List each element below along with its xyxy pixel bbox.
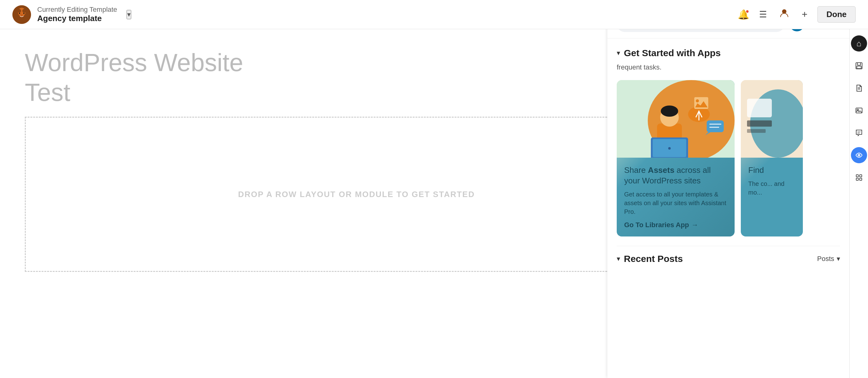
top-bar-right: 🔔 ☰ + Done bbox=[738, 6, 856, 23]
posts-dropdown[interactable]: Posts ▾ bbox=[817, 255, 840, 263]
user-icon-btn[interactable] bbox=[777, 6, 792, 23]
right-sidebar: ⌂ bbox=[849, 29, 868, 378]
card2-content: Find The co... and mo... bbox=[741, 158, 803, 209]
home-icon-btn[interactable]: ⌂ bbox=[851, 35, 867, 52]
section2-title: Recent Posts bbox=[624, 254, 683, 264]
section1-desc: frequent tasks. bbox=[617, 63, 840, 71]
comment-icon-btn[interactable] bbox=[851, 125, 867, 141]
svg-rect-20 bbox=[707, 120, 724, 132]
drop-zone-text: DROP A ROW LAYOUT OR MODULE TO GET START… bbox=[238, 190, 475, 199]
card1-desc: Get access to all your templates & asset… bbox=[624, 190, 727, 216]
svg-rect-41 bbox=[856, 175, 858, 177]
svg-rect-43 bbox=[856, 178, 858, 180]
svg-point-7 bbox=[782, 9, 786, 13]
svg-rect-31 bbox=[858, 63, 861, 65]
recent-posts-section: ▾ Recent Posts Posts ▾ bbox=[617, 246, 840, 264]
svg-point-3 bbox=[22, 9, 26, 13]
avatar bbox=[12, 5, 31, 24]
menu-icon-btn[interactable]: ☰ bbox=[756, 7, 769, 22]
recent-posts-left: ▾ Recent Posts bbox=[617, 254, 683, 264]
panel-content: ▾ Get Started with Apps frequent tasks. bbox=[608, 38, 849, 378]
right-panel: 🔍 W ⋮ ✕ ▾ Get Started with Apps frequent… bbox=[608, 0, 849, 378]
svg-point-17 bbox=[668, 147, 671, 150]
section1-chevron[interactable]: ▾ bbox=[617, 49, 620, 57]
svg-rect-29 bbox=[747, 129, 766, 133]
section2-chevron[interactable]: ▾ bbox=[617, 255, 620, 263]
save-icon-btn[interactable] bbox=[851, 58, 867, 74]
card-find[interactable]: Find The co... and mo... bbox=[741, 80, 803, 236]
notifications-bell[interactable]: 🔔 bbox=[738, 9, 749, 20]
top-bar-left: Currently Editing Template Agency templa… bbox=[12, 5, 131, 24]
card2-desc: The co... and mo... bbox=[748, 179, 796, 197]
grid-icon-btn[interactable] bbox=[851, 170, 867, 185]
svg-point-14 bbox=[661, 106, 678, 117]
svg-point-40 bbox=[858, 155, 859, 156]
card1-title: Share Assets across all your WordPress s… bbox=[624, 165, 727, 186]
svg-point-24 bbox=[696, 99, 699, 103]
card1-link[interactable]: Go To Libraries App → bbox=[624, 221, 727, 229]
card2-title: Find bbox=[748, 165, 796, 176]
svg-rect-44 bbox=[860, 178, 862, 180]
page-title-line2: Test bbox=[25, 78, 688, 107]
notification-badge bbox=[745, 10, 749, 13]
document-icon-btn[interactable] bbox=[851, 80, 867, 96]
done-button[interactable]: Done bbox=[817, 6, 856, 23]
svg-rect-28 bbox=[747, 120, 772, 127]
svg-point-4 bbox=[19, 13, 20, 14]
top-bar-chevron-btn[interactable]: ▾ bbox=[127, 10, 131, 19]
image-icon-btn[interactable] bbox=[851, 103, 867, 119]
card2-illustration bbox=[741, 80, 803, 158]
svg-rect-42 bbox=[860, 175, 862, 177]
svg-rect-27 bbox=[747, 99, 772, 117]
page-title-section: WordPress Website Test bbox=[25, 48, 688, 107]
plus-btn[interactable]: + bbox=[799, 6, 810, 23]
section1-title: Get Started with Apps bbox=[624, 48, 721, 58]
top-bar: Currently Editing Template Agency templa… bbox=[0, 0, 868, 29]
top-bar-text: Currently Editing Template Agency templa… bbox=[37, 6, 117, 23]
eye-icon-btn[interactable] bbox=[851, 147, 867, 163]
card1-illustration bbox=[617, 80, 735, 158]
cards-row: Share Assets across all your WordPress s… bbox=[617, 80, 840, 236]
drop-zone[interactable]: DROP A ROW LAYOUT OR MODULE TO GET START… bbox=[25, 117, 688, 272]
section1-header: ▾ Get Started with Apps bbox=[617, 48, 840, 58]
canvas-area: WordPress Website Test DROP A ROW LAYOUT… bbox=[0, 29, 713, 378]
svg-point-2 bbox=[18, 9, 21, 13]
card-libraries[interactable]: Share Assets across all your WordPress s… bbox=[617, 80, 735, 236]
editing-subtitle: Currently Editing Template bbox=[37, 6, 117, 13]
svg-rect-32 bbox=[857, 66, 861, 68]
svg-point-5 bbox=[23, 13, 25, 14]
template-title: Agency template bbox=[37, 13, 117, 23]
page-title-line1: WordPress Website bbox=[25, 48, 688, 78]
card1-content: Share Assets across all your WordPress s… bbox=[617, 158, 735, 236]
